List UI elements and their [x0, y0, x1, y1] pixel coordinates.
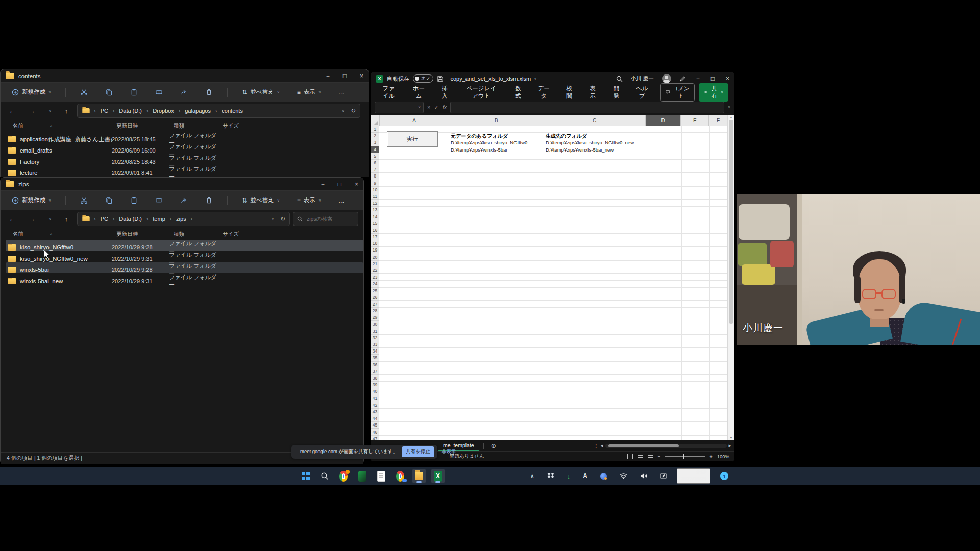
recent-locations-button[interactable]: ∨ [45, 216, 55, 222]
notification-badge[interactable]: 1 [717, 471, 731, 481]
search-icon[interactable] [616, 76, 623, 82]
column-header-date[interactable]: 更新日時 [112, 122, 169, 130]
breadcrumb-item[interactable]: Data (D:) [118, 108, 143, 114]
ribbon-tab-ホーム[interactable]: ホーム [409, 84, 429, 101]
row-header-36[interactable]: 36 [371, 362, 379, 368]
row-header-11[interactable]: 11 [371, 193, 379, 200]
taskbar-search-button[interactable] [317, 469, 332, 483]
breadcrumb-item[interactable]: PC [100, 216, 109, 222]
row-header-30[interactable]: 30 [371, 321, 379, 328]
row-header-22[interactable]: 22 [371, 267, 379, 274]
delete-button[interactable] [202, 88, 216, 96]
column-header-E[interactable]: E [681, 115, 709, 126]
breadcrumb-item[interactable]: Dropbox [152, 108, 175, 114]
row-header-15[interactable]: 15 [371, 220, 379, 227]
column-header-size[interactable]: サイズ [218, 122, 246, 130]
horizontal-scrollbar[interactable] [605, 444, 727, 448]
back-button[interactable]: ← [6, 215, 18, 223]
row-header-35[interactable]: 35 [371, 355, 379, 361]
vertical-scrollbar[interactable]: ▲▼ [727, 115, 734, 440]
minimize-button[interactable]: − [321, 181, 325, 188]
scroll-up-icon[interactable]: ▲ [730, 116, 733, 119]
pen-icon[interactable] [679, 76, 686, 82]
hide-button[interactable]: 非表示 [438, 448, 459, 456]
row-header-13[interactable]: 13 [371, 207, 379, 213]
row-header-25[interactable]: 25 [371, 288, 379, 294]
row-header-12[interactable]: 12 [371, 200, 379, 207]
tray-chevron-icon[interactable]: ∧ [527, 472, 537, 480]
row-header-32[interactable]: 32 [371, 335, 379, 341]
forward-button[interactable]: → [26, 215, 38, 223]
row-header-38[interactable]: 38 [371, 375, 379, 382]
row-header-44[interactable]: 44 [371, 415, 379, 422]
ribbon-tab-校閲[interactable]: 校閲 [562, 84, 577, 101]
maximize-button[interactable]: □ [338, 181, 341, 188]
paste-button[interactable] [127, 88, 141, 96]
stop-sharing-button[interactable]: 共有を停止 [402, 446, 434, 457]
avatar[interactable] [662, 74, 671, 83]
zoom-in-icon[interactable]: + [709, 454, 713, 459]
ribbon-tab-ページレイアウト[interactable]: ページレイアウト [460, 84, 502, 101]
row-header-45[interactable]: 45 [371, 422, 379, 429]
select-all-corner[interactable] [371, 115, 380, 126]
ribbon-tab-ヘルプ[interactable]: ヘルプ [632, 84, 652, 101]
rename-button[interactable] [152, 196, 166, 205]
more-options-button[interactable]: … [335, 197, 348, 204]
zoom-slider[interactable] [665, 456, 705, 457]
breadcrumb-item[interactable]: contents [220, 108, 244, 114]
row-header-7[interactable]: 7 [371, 166, 379, 173]
download-arrow-icon[interactable]: ↓ [564, 472, 574, 481]
column-header-C[interactable]: C [544, 115, 646, 126]
cell-B2[interactable]: 元データのあるフォルダ [449, 133, 508, 139]
row-header-43[interactable]: 43 [371, 409, 379, 415]
ribbon-tab-開発[interactable]: 開発 [609, 84, 624, 101]
breadcrumb-item[interactable]: Data (D:) [118, 216, 143, 222]
start-button[interactable] [299, 469, 313, 483]
new-sheet-button[interactable]: ⊕ [488, 442, 499, 450]
column-header-name[interactable]: 名前^ [6, 122, 112, 130]
copy-button[interactable] [102, 88, 116, 96]
row-header-37[interactable]: 37 [371, 368, 379, 375]
row-header-31[interactable]: 31 [371, 328, 379, 335]
row-header-40[interactable]: 40 [371, 388, 379, 395]
page-break-view-icon[interactable] [648, 454, 653, 459]
kebab-icon[interactable]: ⋮ [594, 443, 598, 448]
row-header-5[interactable]: 5 [371, 153, 379, 160]
scroll-right-icon[interactable]: ▶ [729, 444, 731, 448]
file-row[interactable]: Factory2022/08/25 18:43ファイル フォルダー [6, 154, 369, 165]
row-header-4[interactable]: 4 [371, 146, 379, 153]
scroll-down-icon[interactable]: ▼ [730, 436, 733, 439]
column-header-B[interactable]: B [449, 115, 544, 126]
taskbar-devtool-button[interactable] [355, 469, 370, 483]
row-header-8[interactable]: 8 [371, 173, 379, 180]
zoom-level[interactable]: 100% [717, 454, 729, 459]
breadcrumb-item[interactable]: galapagos [184, 108, 212, 114]
scrollbar-thumb[interactable] [608, 444, 679, 447]
zoom-slider-thumb[interactable] [683, 454, 684, 459]
ribbon-tab-ファイル[interactable]: ファイル [377, 84, 401, 101]
dropbox-icon[interactable] [544, 472, 557, 480]
column-header-size[interactable]: サイズ [218, 231, 246, 238]
app-sphere-icon[interactable] [597, 472, 610, 480]
row-header-20[interactable]: 20 [371, 254, 379, 261]
row-header-24[interactable]: 24 [371, 281, 379, 287]
minimize-button[interactable]: − [696, 75, 700, 82]
maximize-button[interactable]: □ [711, 75, 715, 82]
minimize-button[interactable]: − [326, 72, 330, 80]
zoom-out-icon[interactable]: − [658, 454, 661, 459]
sort-button[interactable]: ⇅ 並べ替え ∨ [239, 196, 283, 205]
breadcrumb[interactable]: ›PC›Data (D:)›Dropbox›galapagos›contents… [77, 104, 360, 118]
breadcrumb[interactable]: ›PC›Data (D:)›temp›zips›∨↻ [77, 212, 290, 226]
column-header-name[interactable]: 名前^ [6, 231, 112, 238]
row-header-33[interactable]: 33 [371, 341, 379, 348]
column-header-F[interactable]: F [709, 115, 728, 126]
cut-button[interactable] [77, 88, 91, 96]
ribbon-tab-数式[interactable]: 数式 [510, 84, 525, 101]
cell-B3[interactable]: D:¥temp¥zips¥kiso_shiryo_NGfftw0 [449, 139, 527, 146]
file-row[interactable]: kiso_shiryo_NGfftw02022/10/29 9:28ファイル フ… [6, 240, 363, 251]
volume-icon[interactable] [637, 472, 650, 480]
maximize-button[interactable]: □ [343, 72, 347, 80]
column-header-type[interactable]: 種類 [169, 122, 218, 130]
ribbon-tab-表示[interactable]: 表示 [585, 84, 600, 101]
share-button[interactable] [177, 196, 191, 205]
